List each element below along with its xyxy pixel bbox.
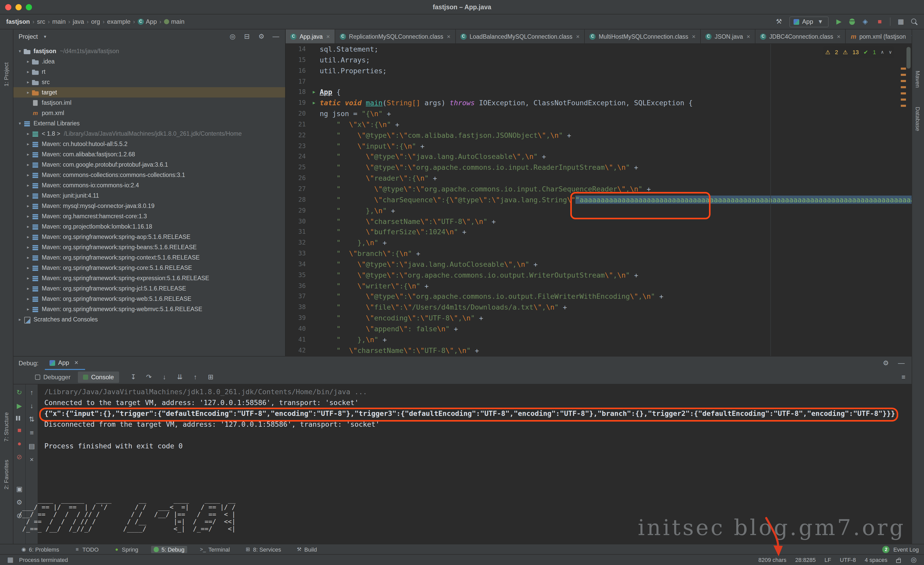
tool-window-switcher-icon[interactable]: ▦ xyxy=(6,556,14,564)
code-line-21[interactable]: 21 " \"x\":{\n" + xyxy=(286,119,912,130)
step-over-icon[interactable]: ↷ xyxy=(145,373,153,381)
chevron-down-icon[interactable]: ▾ xyxy=(41,33,49,41)
tab-list-dropdown-icon[interactable]: ▾ xyxy=(909,32,912,41)
next-problem-icon[interactable]: ∨ xyxy=(889,47,892,58)
code-line-39[interactable]: 39 " \"encoding\":\"UTF-8\",\n" + xyxy=(286,313,912,323)
code-line-20[interactable]: 20ng json = "{\n" + xyxy=(286,108,912,119)
code-line-14[interactable]: 14sql.Statement; xyxy=(286,44,912,55)
scroll-to-end-icon[interactable]: ≡ xyxy=(28,429,36,437)
editor-scrollbar[interactable] xyxy=(906,47,910,69)
run-line-icon[interactable]: ▶ xyxy=(309,87,319,98)
code-line-29[interactable]: 29 " },\n" + xyxy=(286,205,912,216)
soft-wrap-icon[interactable]: ⇅ xyxy=(28,415,36,424)
event-log-button[interactable]: 2 Event Log xyxy=(882,545,919,553)
code-line-32[interactable]: 32 " },\n" + xyxy=(286,237,912,248)
tree-item-maven-org-springframework-spring-jcl-5-1[interactable]: ▸Maven: org.springframework:spring-jcl:5… xyxy=(14,283,285,294)
tree-item-maven-org-springframework-spring-web-5-1[interactable]: ▸Maven: org.springframework:spring-web:5… xyxy=(14,294,285,304)
tree-item-maven-org-springframework-spring-express[interactable]: ▸Maven: org.springframework:spring-expre… xyxy=(14,273,285,283)
tree-item-maven-mysql-mysql-connector-java-8-0-19[interactable]: ▸Maven: mysql:mysql-connector-java:8.0.1… xyxy=(14,201,285,211)
search-everywhere-icon[interactable] xyxy=(911,18,918,25)
thread-dump-icon[interactable]: ▣ xyxy=(15,485,24,493)
code-line-41[interactable]: 41 " },\n" + xyxy=(286,334,912,345)
tree-item-maven-junit-junit-4-11[interactable]: ▸Maven: junit:junit:4.11 xyxy=(14,191,285,201)
pause-program-icon[interactable] xyxy=(15,415,24,421)
rerun-app-icon[interactable]: ↻ xyxy=(15,389,24,397)
readonly-lock-icon[interactable] xyxy=(896,559,901,563)
run-button[interactable]: ▶ xyxy=(835,18,843,26)
view-breakpoints-icon[interactable]: ● xyxy=(15,440,24,448)
project-tool-button[interactable]: 1: Project xyxy=(3,62,9,86)
clear-console-icon[interactable]: × xyxy=(28,455,36,464)
toolwindow-button-build[interactable]: ⚒Build xyxy=(294,545,320,553)
zoom-window-button[interactable] xyxy=(26,4,32,10)
code-line-23[interactable]: 23 " \"input\":{\n" + xyxy=(286,141,912,152)
code-line-17[interactable]: 17 xyxy=(286,76,912,87)
close-tab-icon[interactable]: × xyxy=(747,33,750,40)
code-line-26[interactable]: 26 " \"reader\":{\n" + xyxy=(286,173,912,184)
breadcrumb-item-main[interactable]: main xyxy=(164,18,184,25)
console-layout-menu-icon[interactable]: ≡ xyxy=(902,373,912,381)
breadcrumb-item-app[interactable]: CApp xyxy=(138,18,157,25)
code-line-36[interactable]: 36 " \"writer\":{\n" + xyxy=(286,280,912,291)
code-line-38[interactable]: 38 " \"file\":\"/Users/d4m1ts/Downloads/… xyxy=(286,302,912,313)
tree-item-rt[interactable]: ▸rt xyxy=(14,66,285,77)
debug-session-tab[interactable]: App × xyxy=(45,356,85,370)
editor-tab-loadbalancedmysqlconnection-class[interactable]: CLoadBalancedMySQLConnection.class× xyxy=(456,29,585,44)
evaluate-expression-icon[interactable]: ⊞ xyxy=(207,373,215,381)
locate-file-icon[interactable]: ◎ xyxy=(228,33,237,41)
tab-console[interactable]: Console xyxy=(78,371,119,383)
status-item-28-8285[interactable]: 28:8285 xyxy=(795,557,816,563)
step-into-icon[interactable]: ↓ xyxy=(160,373,169,381)
code-line-31[interactable]: 31 " \"bufferSize\":1024\n" + xyxy=(286,227,912,237)
editor-tab-json-java[interactable]: CJSON.java× xyxy=(701,29,755,44)
breadcrumb-item-org[interactable]: org xyxy=(91,18,100,25)
minimize-window-button[interactable] xyxy=(15,4,22,10)
tree-item-scratches-and-consoles[interactable]: ▸Scratches and Consoles xyxy=(14,314,285,325)
status-item-lf[interactable]: LF xyxy=(825,557,831,563)
tree-item-external-libraries[interactable]: ▾External Libraries xyxy=(14,118,285,128)
tree-item-fastjson-iml[interactable]: fastjson.iml xyxy=(14,98,285,108)
tree-item-maven-com-google-protobuf-protobuf-java-[interactable]: ▸Maven: com.google.protobuf:protobuf-jav… xyxy=(14,159,285,170)
code-line-35[interactable]: 35 " \"@type\":\"org.apache.commons.io.o… xyxy=(286,270,912,280)
tree-item-maven-org-springframework-spring-context[interactable]: ▸Maven: org.springframework:spring-conte… xyxy=(14,252,285,263)
build-project-hammer-icon[interactable]: ⚒ xyxy=(775,18,783,26)
close-tab-icon[interactable]: × xyxy=(576,33,580,40)
tree-item-maven-cn-hutool-hutool-all-5-5-2[interactable]: ▸Maven: cn.hutool:hutool-all:5.5.2 xyxy=(14,139,285,149)
hide-debug-panel-icon[interactable]: — xyxy=(897,359,905,367)
code-line-16[interactable]: 16util.Properties; xyxy=(286,65,912,76)
debug-settings-icon[interactable]: ⚙ xyxy=(882,359,890,367)
code-line-25[interactable]: 25 " \"@type\":\"org.apache.commons.io.i… xyxy=(286,162,912,173)
toolwindow-button-5-debug[interactable]: 5: Debug xyxy=(151,545,187,553)
project-tree[interactable]: ▾fastjson~/d4m1ts/java/fastjson▸.idea▸rt… xyxy=(14,46,285,356)
tool-windows-layout-icon[interactable]: ▦ xyxy=(897,18,905,26)
settings-gear-icon[interactable]: ⚙ xyxy=(257,33,266,41)
breadcrumb-item-java[interactable]: java xyxy=(73,18,84,25)
tree-item-maven-org-projectlombok-lombok-1-16-18[interactable]: ▸Maven: org.projectlombok:lombok:1.16.18 xyxy=(14,221,285,232)
editor-tab-replicationmysqlconnection-class[interactable]: CReplicationMySQLConnection.class× xyxy=(335,29,456,44)
tree-item-maven-commons-collections-commons-collec[interactable]: ▸Maven: commons-collections:commons-coll… xyxy=(14,170,285,180)
coverage-icon[interactable]: ◈ xyxy=(861,18,869,26)
code-line-24[interactable]: 24 " \"@type\":\"java.lang.AutoCloseable… xyxy=(286,152,912,162)
code-line-19[interactable]: 19▶tatic void main(String[] args) throws… xyxy=(286,98,912,108)
database-tool-button[interactable]: Database xyxy=(915,107,921,131)
scroll-down-icon[interactable]: ↓ xyxy=(28,402,36,410)
code-line-37[interactable]: 37 " \"@type\":\"org.apache.commons.io.o… xyxy=(286,291,912,302)
code-line-15[interactable]: 15util.Arrays; xyxy=(286,55,912,66)
tree-item-maven-commons-io-commons-io-2-4[interactable]: ▸Maven: commons-io:commons-io:2.4 xyxy=(14,180,285,191)
code-line-18[interactable]: 18▶App { xyxy=(286,87,912,98)
run-configuration-select[interactable]: App ▾ xyxy=(789,16,829,27)
maven-tool-button[interactable]: Maven xyxy=(915,71,921,88)
title-bar[interactable]: fastjson – App.java xyxy=(0,0,924,15)
tree-item-maven-org-springframework-spring-core-5-[interactable]: ▸Maven: org.springframework:spring-core:… xyxy=(14,263,285,273)
stop-button[interactable]: ■ xyxy=(876,18,884,26)
breadcrumb-item-src[interactable]: src xyxy=(37,18,45,25)
favorites-tool-button[interactable]: 2: Favorites xyxy=(3,460,9,490)
print-console-icon[interactable]: ▤ xyxy=(28,442,36,451)
inspections-widget[interactable]: ⚠ 2 ⚠ 13 ✔ 1 ∧ ∨ xyxy=(823,47,894,58)
tree-item-src[interactable]: ▸src xyxy=(14,77,285,87)
code-line-34[interactable]: 34 " \"@type\":\"java.lang.AutoCloseable… xyxy=(286,259,912,270)
toolwindow-button-todo[interactable]: ≡TODO xyxy=(72,545,101,553)
code-line-27[interactable]: 27 " \"@type\":\"org.apache.commons.io.i… xyxy=(286,184,912,195)
code-line-42[interactable]: 42 " \"charsetName\":\"UTF-8\",\n" + xyxy=(286,345,912,356)
code-area[interactable]: ⚠ 2 ⚠ 13 ✔ 1 ∧ ∨ 14sql.Statement;15util.… xyxy=(286,44,912,356)
